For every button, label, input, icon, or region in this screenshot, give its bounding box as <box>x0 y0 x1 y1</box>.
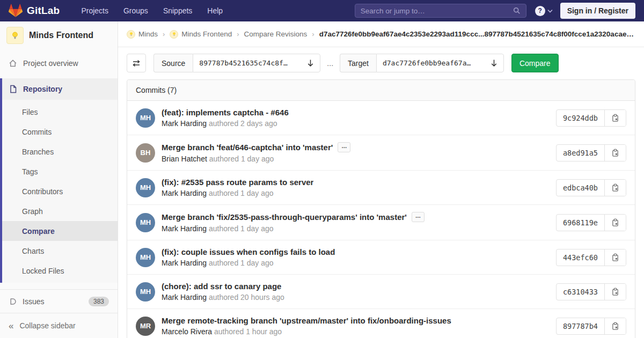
arrow-down-icon <box>307 59 314 67</box>
gitlab-logo[interactable]: GitLab <box>9 4 60 18</box>
sign-in-button[interactable]: Sign in / Register <box>560 3 635 19</box>
copy-sha-button[interactable] <box>605 180 626 196</box>
copy-sha-button[interactable] <box>605 284 626 300</box>
sidebar-subitem-label: Graph <box>22 207 43 216</box>
arrow-down-icon <box>491 59 497 67</box>
sidebar-subitem-label: Commits <box>22 128 52 136</box>
copy-sha-button[interactable] <box>605 215 626 231</box>
commit-title-link[interactable]: (fix): #2535 pass route params to server <box>162 178 313 187</box>
sidebar-item-repository[interactable]: Repository <box>2 78 118 100</box>
clipboard-icon <box>611 322 619 330</box>
range-dots-separator: ... <box>327 59 333 68</box>
gitlab-tanuki-icon <box>9 4 23 18</box>
commit-author-link[interactable]: Mark Harding <box>162 189 207 197</box>
nav-link[interactable]: Snippets <box>156 0 200 21</box>
sidebar-subitem[interactable]: Compare <box>2 221 118 241</box>
commit-title-link[interactable]: Merge branch 'fix/2535-pass-through-quer… <box>162 212 407 222</box>
commit-author-link[interactable]: Brian Hatchet <box>162 155 207 163</box>
nav-link[interactable]: Groups <box>116 0 156 21</box>
author-avatar[interactable]: MH <box>136 213 155 232</box>
sidebar-subitem-label: Compare <box>22 227 55 236</box>
expand-commit-description-button[interactable]: ... <box>412 212 425 222</box>
commit-title-link[interactable]: (feat): implements captcha - #646 <box>162 108 289 117</box>
project-sidebar: Minds Frontend Project overview <box>0 21 118 338</box>
commit-author-link[interactable]: Mark Harding <box>162 293 207 302</box>
repository-submenu: Files Commits Branches Tags <box>2 100 118 283</box>
help-menu[interactable]: ? <box>535 6 553 16</box>
sidebar-subitem[interactable]: Contributors <box>2 181 118 201</box>
sidebar-project-link[interactable]: Minds Frontend <box>0 21 118 49</box>
commit-row: MH Merge branch 'fix/2535-pass-through-q… <box>127 205 635 240</box>
target-ref-group: Target d7ac7726fe0bb9eaf67a… <box>340 54 504 72</box>
target-ref-dropdown[interactable]: d7ac7726fe0bb9eaf67a… <box>376 54 504 72</box>
breadcrumb-separator: › <box>312 30 314 38</box>
commit-text: (feat): implements captcha - #646 ... Ma… <box>162 108 556 128</box>
sidebar-subitem[interactable]: Branches <box>2 142 118 161</box>
author-avatar[interactable]: MH <box>136 108 155 128</box>
commit-title-link[interactable]: Merge remote-tracking branch 'upstream/m… <box>162 316 451 325</box>
sidebar-item-issues[interactable]: Issues 383 <box>0 289 118 313</box>
nav-link[interactable]: Help <box>200 0 230 21</box>
commit-row: MH (chore): add ssr to canary page ... M… <box>127 275 635 309</box>
sidebar-subitem[interactable]: Charts <box>2 241 118 261</box>
author-avatar[interactable]: MR <box>136 317 155 336</box>
source-ref-dropdown[interactable]: 897787b4521635c74c8f… <box>193 54 320 72</box>
commit-author-link[interactable]: Mark Harding <box>162 224 207 233</box>
group-avatar <box>127 30 135 39</box>
commit-authored-time: authored 2 days ago <box>209 119 277 128</box>
global-search-box[interactable] <box>355 4 526 18</box>
sidebar-subitem[interactable]: Locked Files <box>2 261 118 281</box>
sidebar-item-project-overview[interactable]: Project overview <box>0 53 118 74</box>
commit-text: Merge branch 'feat/646-captcha' into 'ma… <box>162 142 556 163</box>
breadcrumb-link[interactable]: Compare Revisions <box>244 30 308 38</box>
project-avatar <box>6 27 24 44</box>
commit-sha: 443efc60 <box>557 249 605 266</box>
author-avatar[interactable]: BH <box>136 143 155 163</box>
commit-sha: a8ed91a5 <box>557 145 605 161</box>
breadcrumb-link[interactable]: Minds <box>127 30 158 39</box>
commit-meta: Mark Harding authored 1 day ago <box>162 224 547 233</box>
commit-sha-group: 897787b4 <box>556 318 626 335</box>
clipboard-icon <box>611 183 619 192</box>
commit-title-link[interactable]: (chore): add ssr to canary page <box>162 282 281 291</box>
sidebar-subitem[interactable]: Commits <box>2 122 118 142</box>
commit-authored-time: authored 20 hours ago <box>209 293 284 302</box>
commit-meta: Mark Harding authored 2 days ago <box>162 119 547 128</box>
commit-sha-group: 9c924ddb <box>556 109 626 127</box>
gitlab-logo-text: GitLab <box>27 5 60 17</box>
sidebar-subitem[interactable]: Tags <box>2 161 118 181</box>
nav-link[interactable]: Projects <box>74 0 116 21</box>
commit-sha: 897787b4 <box>557 318 605 334</box>
author-avatar[interactable]: MH <box>136 248 155 267</box>
commit-author-link[interactable]: Mark Harding <box>162 119 207 128</box>
commit-title-link[interactable]: (fix): couple issues when configs fails … <box>162 247 335 256</box>
commit-sha: edbca40b <box>557 180 605 196</box>
author-avatar[interactable]: MH <box>136 282 155 302</box>
commit-meta: Brian Hatchet authored 1 day ago <box>162 155 547 163</box>
copy-sha-button[interactable] <box>605 318 626 334</box>
sidebar-subitem[interactable]: Files <box>2 102 118 122</box>
nav-links: Projects Groups Snippets Help <box>74 0 230 21</box>
sidebar-project-name: Minds Frontend <box>29 31 93 40</box>
commit-title-link[interactable]: Merge branch 'feat/646-captcha' into 'ma… <box>162 143 333 152</box>
author-avatar[interactable]: MH <box>136 178 155 197</box>
commit-sha: c6310433 <box>557 284 605 300</box>
sidebar-subitem[interactable]: Graph <box>2 201 118 221</box>
gitlab-app: GitLab Projects Groups Snippets Help ? <box>0 0 644 338</box>
compare-revisions-form: Source 897787b4521635c74c8f… ... Target <box>118 47 644 79</box>
breadcrumb-link[interactable]: Minds Frontend <box>170 30 232 39</box>
copy-sha-button[interactable] <box>605 110 626 126</box>
commit-text: (fix): #2535 pass route params to server… <box>162 178 556 197</box>
breadcrumb-items: Minds › <box>127 30 319 39</box>
copy-sha-button[interactable] <box>605 249 626 266</box>
compare-button[interactable]: Compare <box>511 54 559 72</box>
swap-revisions-button[interactable] <box>127 54 146 72</box>
expand-commit-description-button[interactable]: ... <box>338 142 350 152</box>
breadcrumb-label: Minds Frontend <box>181 30 232 38</box>
commit-author-link[interactable]: Mark Harding <box>162 259 207 267</box>
search-input[interactable] <box>361 7 513 15</box>
copy-sha-button[interactable] <box>605 145 626 161</box>
main-content: Minds › <box>118 21 644 338</box>
collapse-sidebar-button[interactable]: « Collapse sidebar <box>0 313 118 338</box>
commit-author-link[interactable]: Marcelo Rivera <box>162 327 212 336</box>
